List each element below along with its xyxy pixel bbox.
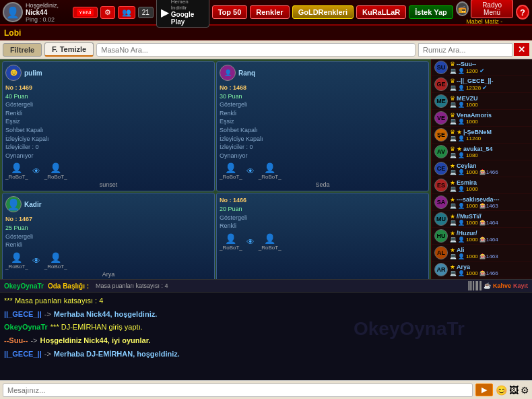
search-close-btn[interactable]: ✕ — [514, 43, 529, 56]
table-seats-1467: 👤 _RoBoT_ 👁 👤 _RoBoT_ — [5, 252, 211, 270]
second-nav: Lobi — [0, 26, 532, 40]
seat-robot2: 👤 _RoBoT_ — [44, 162, 67, 180]
user-icon: 👤 — [458, 152, 465, 158]
emoji-icon[interactable]: 😊 — [496, 385, 507, 396]
right-list-item[interactable]: SA ★ ---saklısevda--- 💻 👤 1000 🎰1463 — [432, 194, 532, 211]
user-info: 👤 Hoşgeldiniz, Nick44 Ping : 0.02 — [3, 2, 70, 23]
right-points: 1000 — [466, 119, 478, 125]
goldrenkleri-btn[interactable]: GoLDRenkleri — [292, 5, 354, 19]
user-icon: 👤 — [458, 203, 465, 209]
kurallar-btn[interactable]: KuRaLLaR — [356, 5, 406, 19]
star-icon: ★ — [450, 264, 455, 270]
table-card-1467[interactable]: 👤 Kadir No : 1467 25 Puan Göstergeli Ren… — [2, 193, 215, 279]
table-seats-1469: 👤 _RoBoT_ 👁 👤 _RoBoT_ — [5, 162, 211, 180]
right-nick: /Huzur/ — [457, 230, 529, 237]
msg-system-2: OkeyOynaTr *** DJ-EMİRHAN giriş yaptı. — [4, 321, 528, 334]
right-points: 1000 — [466, 220, 478, 226]
masano-search-input[interactable] — [96, 43, 415, 57]
renkler-btn[interactable]: Renkler — [250, 5, 289, 19]
right-points: 1000 — [466, 270, 478, 276]
right-list-item[interactable]: VE ♛ VenaAmoris 💻 👤 1000 — [432, 110, 532, 127]
radio-section: 📻 Radyo Menü Mabel Matiz - — [456, 0, 513, 25]
help-btn[interactable]: ? — [516, 5, 529, 20]
right-avatar: MU — [434, 212, 448, 226]
table-card-1469[interactable]: 😊 pulim No : 1469 40 Puan Göstergeli Ren… — [2, 61, 215, 191]
table-card-1466[interactable]: No : 1466 20 Puan Göstergeli Renkli 👤 _R… — [216, 193, 429, 279]
right-chip: 🎰1466 — [479, 270, 498, 276]
crown-icon: ♛ — [450, 112, 455, 119]
watch-icon-3: 👁 — [32, 256, 40, 266]
msg-2: --Suu-- -> Hoşgeldiniz Nick44, iyi oyunl… — [4, 334, 528, 347]
right-list-item[interactable]: AL ★ Ali 💻 👤 1000 🎰1463 — [432, 245, 532, 262]
radio-menu-btn[interactable]: Radyo Menü — [471, 0, 513, 18]
star-icon: ★ — [450, 162, 455, 169]
send-btn[interactable]: ▶ — [475, 383, 493, 396]
user-icon: 👤 — [458, 237, 465, 243]
crown-icon: ♛ — [450, 95, 455, 102]
notif-count[interactable]: 21 — [138, 7, 154, 18]
table-avatar-pulim: 😊 — [5, 65, 22, 81]
right-list-item[interactable]: AV ♛ ★ avukat_54 💻 👤 1080 — [432, 144, 532, 160]
message-input[interactable] — [3, 383, 473, 397]
users-icon-btn[interactable]: 👥 — [118, 6, 135, 19]
right-points: 1000 — [466, 186, 478, 192]
user-icon: 👤 — [458, 270, 465, 276]
google-play-text: Hemen İndirilir — [171, 0, 205, 11]
user-avatar: 👤 — [3, 2, 23, 22]
right-list-item[interactable]: ES ★ Esmira 💻 👤 1000 — [432, 177, 532, 194]
seat-robot4: 👤 _RoBoT_ — [259, 162, 281, 180]
player-pulim: pulim — [24, 69, 42, 77]
right-avatar: ME — [434, 94, 448, 108]
right-nick: |-ŞeBNeM — [463, 129, 529, 135]
table-card-1468[interactable]: 👤 Ranq No : 1468 30 Puan Göstergeli Renk… — [216, 61, 429, 191]
star-icon: ★ — [450, 247, 455, 253]
watch-icon-2: 👁 — [246, 166, 255, 176]
right-list-item[interactable]: MU ★ //MuSTi// 💻 👤 1000 🎰1464 — [432, 211, 532, 228]
right-nick: --||_GECE_||- — [457, 78, 529, 84]
right-nick: Ali — [457, 247, 529, 253]
device-icon: 💻 — [450, 152, 457, 158]
right-avatar: VE — [434, 111, 448, 125]
right-list-item[interactable]: SU ♛ --Suu-- 💻 👤 1200 ✔ — [432, 59, 532, 76]
seat-robot1: 👤 _RoBoT_ — [5, 162, 28, 180]
table-info-1466: No : 1466 20 Puan Göstergeli Renkli — [220, 196, 426, 230]
right-list-item[interactable]: ŞE ♛ ★ |-ŞeBNeM 💻 👤 11240 — [432, 127, 532, 144]
right-nick: Ceylan — [457, 162, 529, 169]
rumuz-search-input[interactable] — [418, 43, 512, 57]
settings-icon-btn[interactable]: ⚙ — [100, 6, 115, 19]
filtrele-btn[interactable]: Filtrele — [3, 43, 42, 57]
masa-puanlari: Masa puanları katsayısı : 4 — [96, 282, 168, 289]
device-icon: 💻 — [450, 169, 457, 175]
google-play-btn[interactable]: ▶ Hemen İndirilir Google Play — [156, 0, 209, 28]
msg-1: ||_GECE_|| -> Merhaba Nick44, hoşgeldini… — [4, 308, 528, 321]
top50-btn[interactable]: Top 50 — [212, 5, 248, 19]
player-kadir: Kadir — [24, 201, 42, 208]
image-icon[interactable]: 🖼 — [509, 385, 519, 396]
right-avatar: ŞE — [434, 128, 448, 142]
table-seats-1468: 👤 _RoBoT_ 👁 👤 _RoBoT_ — [220, 162, 426, 180]
right-list-item[interactable]: CE ★ Ceylan 💻 👤 1000 🎰1466 — [432, 160, 532, 177]
crown-icon: ♛ — [450, 146, 455, 152]
seat-robot7: 👤 _RoBoT_ — [220, 233, 242, 251]
right-points: 1000 — [466, 253, 478, 259]
right-list-item[interactable]: ME ♛ MEVZU 💻 👤 1000 — [432, 93, 532, 110]
istekYap-btn[interactable]: İstek Yap — [409, 5, 453, 19]
yeni-badge-btn[interactable]: YENİ — [73, 7, 98, 18]
kayit-label: Kayıt — [513, 282, 528, 289]
device-icon: 💻 — [450, 270, 457, 276]
device-icon: 💻 — [450, 220, 457, 226]
right-points: 11240 — [466, 135, 481, 142]
right-list-item[interactable]: HU ★ /Huzur/ 💻 👤 1000 🎰1464 — [432, 228, 532, 245]
right-points: 1080 — [466, 152, 478, 158]
ftemizle-btn[interactable]: F. Temizle — [44, 42, 94, 57]
seat-robot5: 👤 _RoBoT_ — [5, 252, 28, 270]
right-avatar: SU — [434, 61, 448, 74]
settings-icon[interactable]: ⚙ — [521, 385, 529, 396]
right-points: 1000 — [466, 169, 478, 175]
right-nick: VenaAmoris — [457, 112, 529, 119]
chat-messages: *** Masa puanları katsayısı : 4 ||_GECE_… — [0, 293, 532, 380]
right-list-item[interactable]: GE ♛ --||_GECE_||- 💻 👤 12328 ✔ — [432, 76, 532, 93]
star-icon: ★ — [457, 146, 462, 152]
right-points: 1000 — [466, 237, 478, 243]
right-list-item[interactable]: AR ★ Arya 💻 👤 1000 🎰1466 — [432, 262, 532, 278]
